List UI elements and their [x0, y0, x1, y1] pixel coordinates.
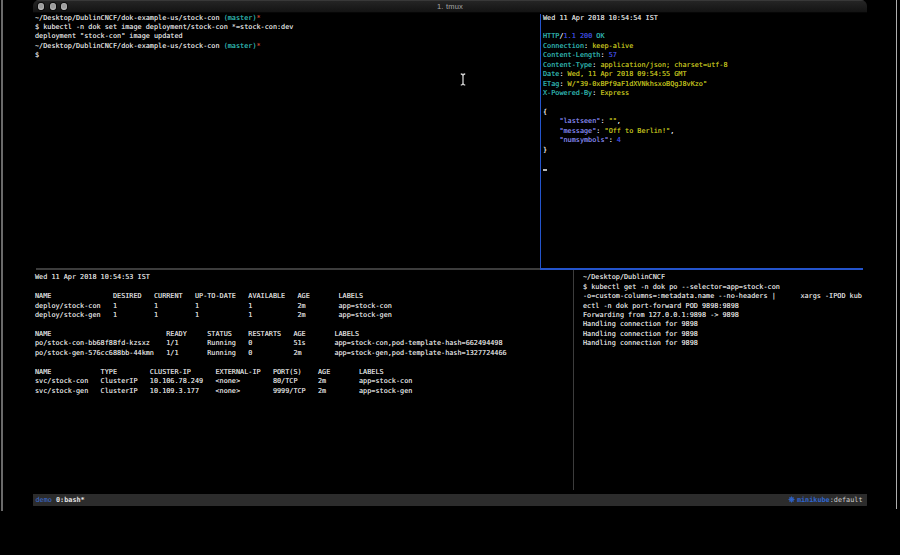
- terminal-line: ~/Desktop/DublinCNCF/dok-example-us/stoc…: [35, 42, 539, 51]
- terminal-line: svc/stock-gen ClusterIP 10.109.3.177 <no…: [35, 387, 571, 396]
- kube-namespace: :default: [830, 496, 863, 504]
- terminal-line: po/stock-con-bb68f88fd-kzsxz 1/1 Running…: [35, 339, 571, 348]
- zoom-button[interactable]: [61, 3, 67, 9]
- terminal-line: NAME TYPE CLUSTER-IP EXTERNAL-IP PORT(S)…: [35, 368, 571, 377]
- tmux-pane-bottom-left[interactable]: Wed 11 Apr 2018 10:54:53 ISTNAME DESIRED…: [35, 273, 571, 491]
- terminal-line: [35, 358, 571, 367]
- terminal-line: "lastseen": "",: [543, 117, 865, 126]
- tmux-pane-bottom-right[interactable]: ~/Desktop/DublinCNCF$ kubectl get -n dok…: [583, 273, 866, 491]
- terminal-line: [35, 320, 571, 329]
- terminal-line: "message": "Off to Berlin!",: [543, 127, 865, 136]
- terminal-line: svc/stock-con ClusterIP 10.106.78.249 <n…: [35, 377, 571, 386]
- terminal-line: Handling connection for 9898: [583, 320, 866, 329]
- terminal-window: 1. tmux ~/Desktop/DublinCNCF/dok-example…: [33, 0, 867, 510]
- terminal-line: Wed 11 Apr 2018 10:54:54 IST: [543, 14, 865, 23]
- terminal-line: HTTP/1.1 200 OK: [543, 32, 865, 41]
- pane-divider-horizontal-left[interactable]: [36, 268, 540, 269]
- terminal-line: NAME READY STATUS RESTARTS AGE LABELS: [35, 330, 571, 339]
- terminal-line: [35, 283, 571, 292]
- terminal-line: NAME DESIRED CURRENT UP-TO-DATE AVAILABL…: [35, 292, 571, 301]
- terminal-line: deploy/stock-gen 1 1 1 1 2m app=stock-ge…: [35, 311, 571, 320]
- window-titlebar[interactable]: 1. tmux: [33, 0, 867, 13]
- pane-divider-horizontal-right[interactable]: [540, 268, 863, 269]
- tmux-status-bar: demo 0:bash* minikube:default: [33, 494, 867, 507]
- minimize-button[interactable]: [50, 3, 56, 9]
- terminal-line: po/stock-gen-576cc688bb-44kmn 1/1 Runnin…: [35, 349, 571, 358]
- terminal-line: Wed 11 Apr 2018 10:54:53 IST: [35, 273, 571, 282]
- terminal-line: }: [543, 146, 865, 155]
- terminal-line: ectl -n dok port-forward POD 9898:9898: [583, 302, 866, 311]
- terminal-line: deployment "stock-con" image updated: [35, 32, 539, 41]
- terminal-line: $: [35, 51, 539, 60]
- terminal-line: X-Powered-By: Express: [543, 89, 865, 98]
- background-window-edge-left: [1, 0, 3, 511]
- close-button[interactable]: [38, 3, 44, 9]
- session-name: demo: [36, 496, 52, 504]
- status-left: demo 0:bash*: [36, 494, 85, 507]
- status-right: minikube:default: [788, 494, 862, 507]
- window-tab[interactable]: 0:bash*: [56, 496, 85, 504]
- terminal-line: [543, 99, 865, 108]
- terminal-line: Connection: keep-alive: [543, 42, 865, 51]
- tmux-pane-top-right[interactable]: Wed 11 Apr 2018 10:54:54 ISTHTTP/1.1 200…: [543, 14, 865, 269]
- tmux-pane-top-left[interactable]: ~/Desktop/DublinCNCF/dok-example-us/stoc…: [35, 14, 539, 269]
- terminal-line: Date: Wed, 11 Apr 2018 09:54:55 GMT: [543, 70, 865, 79]
- terminal-line: Content-Length: 57: [543, 51, 865, 60]
- terminal-cursor: [543, 169, 548, 171]
- kube-context: minikube: [797, 496, 830, 504]
- pane-divider-vertical-bottom[interactable]: [573, 270, 575, 490]
- terminal-line: Handling connection for 9898: [583, 339, 866, 348]
- terminal-line: deploy/stock-con 1 1 1 1 2m app=stock-co…: [35, 302, 571, 311]
- terminal-line: ~/Desktop/DublinCNCF/dok-example-us/stoc…: [35, 14, 539, 23]
- helm-wheel-icon: [788, 496, 795, 503]
- terminal-line: Content-Type: application/json; charset=…: [543, 61, 865, 70]
- terminal-line: ETag: W/"39-0xBPf9aF1dXVNkhsxoBQgJ8vKzo": [543, 80, 865, 89]
- window-title: 1. tmux: [33, 0, 867, 13]
- pane-divider-vertical-top[interactable]: [540, 14, 542, 269]
- terminal-line: -o=custom-columns=:metadata.name --no-he…: [583, 292, 866, 301]
- terminal-line: "numsymbols": 4: [543, 136, 865, 145]
- terminal-line: Handling connection for 9898: [583, 330, 866, 339]
- background-window-edge-right: [896, 0, 898, 509]
- terminal-line: {: [543, 108, 865, 117]
- desktop: 1. tmux ~/Desktop/DublinCNCF/dok-example…: [0, 0, 900, 555]
- mouse-ibeam-cursor: [460, 73, 466, 86]
- terminal-line: $ kubectl get -n dok po --selector=app=s…: [583, 283, 866, 292]
- terminal-line: ~/Desktop/DublinCNCF: [583, 273, 866, 282]
